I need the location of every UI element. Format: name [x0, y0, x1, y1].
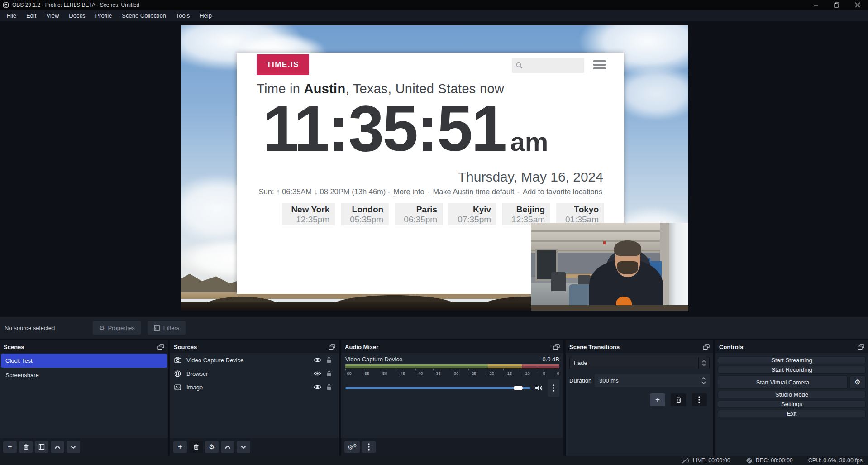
menu-docks[interactable]: Docks — [64, 10, 90, 21]
ceiling-beam — [531, 230, 666, 232]
filters-label: Filters — [163, 325, 179, 331]
city-box-paris[interactable]: Paris 06:35pm — [395, 203, 443, 225]
preview-area: TIME.IS Time in Austin, Texas, United St… — [0, 21, 868, 317]
add-scene-button[interactable]: + — [3, 441, 17, 453]
rec-time: REC: 00:00:00 — [756, 457, 793, 464]
search-input[interactable] — [523, 62, 577, 69]
properties-button[interactable]: ⚙ Properties — [93, 321, 141, 335]
visibility-eye-icon[interactable] — [311, 371, 323, 376]
chevron-up-icon — [54, 445, 61, 449]
duration-spinbox[interactable]: 300 ms — [595, 374, 710, 387]
source-status-label: No source selected — [5, 325, 93, 331]
clock-display: 11:35:51 am — [263, 91, 548, 165]
city-box-new-york[interactable]: New York 12:35pm — [282, 203, 335, 225]
close-button[interactable] — [847, 0, 868, 10]
lock-icon[interactable] — [323, 357, 335, 363]
source-properties-button[interactable]: ⚙ — [205, 441, 219, 453]
city-box-beijing[interactable]: Beijing 12:35am — [502, 203, 550, 225]
move-source-down-button[interactable] — [237, 441, 250, 453]
city-name: Beijing — [511, 205, 545, 215]
lock-icon[interactable] — [323, 370, 335, 377]
volume-slider[interactable] — [345, 387, 530, 389]
visibility-eye-icon[interactable] — [311, 357, 323, 363]
link-more-info[interactable]: More info — [393, 187, 424, 196]
transition-select[interactable]: Fade — [569, 357, 710, 369]
add-source-button[interactable]: + — [173, 441, 187, 453]
timeis-logo[interactable]: TIME.IS — [257, 54, 309, 75]
camera-icon — [174, 357, 182, 363]
city-box-kyiv[interactable]: Kyiv 07:35pm — [448, 203, 496, 225]
menu-edit[interactable]: Edit — [21, 10, 41, 21]
start-streaming-button[interactable]: Start Streaming — [718, 356, 866, 364]
scene-item-clock-test[interactable]: Clock Test — [1, 354, 167, 368]
combo-arrows-icon — [698, 357, 709, 369]
transitions-body: Fade Duration 300 ms — [566, 353, 713, 456]
filter-icon — [38, 444, 45, 450]
city-box-tokyo[interactable]: Tokyo 01:35am — [556, 203, 604, 225]
transition-selected: Fade — [570, 360, 698, 366]
advanced-audio-button[interactable]: ⚙⚙ — [344, 441, 360, 453]
city-name: New York — [291, 205, 329, 215]
menu-view[interactable]: View — [41, 10, 64, 21]
move-scene-down-button[interactable] — [67, 441, 80, 453]
link-add-favorite[interactable]: Add to favorite locations — [523, 187, 602, 196]
status-bar: LIVE: 00:00:00 REC: 00:00:00 CPU: 0.6%, … — [0, 456, 868, 465]
restore-button[interactable] — [826, 0, 847, 10]
lock-icon[interactable] — [323, 384, 335, 390]
popout-icon[interactable] — [703, 344, 710, 350]
minimize-button[interactable] — [806, 0, 826, 10]
move-source-up-button[interactable] — [221, 441, 234, 453]
remove-source-button[interactable] — [189, 441, 203, 453]
tick: -15 — [506, 371, 512, 376]
start-recording-button[interactable]: Start Recording — [718, 366, 866, 374]
city-box-london[interactable]: London 05:35pm — [341, 203, 389, 225]
popout-icon[interactable] — [157, 344, 164, 350]
mixer-menu-button[interactable] — [362, 441, 376, 453]
tick: -5 — [541, 371, 545, 376]
hamburger-menu-icon[interactable] — [593, 60, 606, 69]
add-transition-button[interactable]: + — [650, 393, 665, 406]
filters-button[interactable]: Filters — [148, 321, 186, 335]
duration-label: Duration — [569, 377, 595, 384]
source-row-browser[interactable]: Browser — [170, 367, 339, 380]
virtual-camera-settings-button[interactable]: ⚙ — [849, 375, 866, 389]
tick: -35 — [434, 371, 441, 376]
remove-scene-button[interactable] — [19, 441, 33, 453]
dock-area: Scenes Clock Test Screenshare + — [0, 340, 868, 456]
studio-mode-button[interactable]: Studio Mode — [718, 391, 866, 398]
popout-icon[interactable] — [329, 344, 335, 350]
scene-filters-button[interactable] — [35, 441, 48, 453]
menu-scene-collection[interactable]: Scene Collection — [117, 10, 171, 21]
settings-button[interactable]: Settings — [718, 400, 866, 408]
move-scene-up-button[interactable] — [51, 441, 64, 453]
transition-properties-button[interactable] — [692, 393, 707, 406]
channel-menu-button[interactable] — [548, 379, 559, 397]
menu-file[interactable]: File — [2, 10, 21, 21]
start-virtual-camera-button[interactable]: Start Virtual Camera — [718, 375, 848, 389]
speaker-icon[interactable] — [535, 384, 543, 392]
desk-edge — [531, 305, 688, 311]
sources-title: Sources — [174, 344, 197, 350]
volume-slider-handle[interactable] — [514, 386, 523, 390]
program-canvas[interactable]: TIME.IS Time in Austin, Texas, United St… — [181, 25, 688, 311]
source-row-image[interactable]: Image — [170, 380, 339, 394]
source-row-video-capture[interactable]: Video Capture Device — [170, 353, 339, 367]
menu-help[interactable]: Help — [195, 10, 217, 21]
clock-ampm: am — [510, 126, 548, 157]
link-make-default[interactable]: Make Austin time default — [433, 187, 514, 196]
obs-logo-icon — [3, 2, 9, 8]
menu-tools[interactable]: Tools — [171, 10, 195, 21]
chevron-down-icon — [70, 445, 76, 449]
remove-transition-button[interactable] — [671, 393, 686, 406]
popout-icon[interactable] — [553, 344, 560, 350]
scene-label: Screenshare — [5, 372, 39, 379]
spin-down-icon[interactable] — [701, 381, 706, 384]
obs-window: OBS 29.1.2 - Profile: LLHLS BETA - Scene… — [0, 0, 868, 465]
scene-item-screenshare[interactable]: Screenshare — [1, 368, 167, 382]
gear-icon: ⚙ — [209, 443, 215, 451]
menu-profile[interactable]: Profile — [90, 10, 117, 21]
spin-up-icon[interactable] — [701, 377, 706, 380]
exit-button[interactable]: Exit — [718, 410, 866, 417]
popout-icon[interactable] — [858, 344, 864, 350]
visibility-eye-icon[interactable] — [311, 384, 323, 390]
